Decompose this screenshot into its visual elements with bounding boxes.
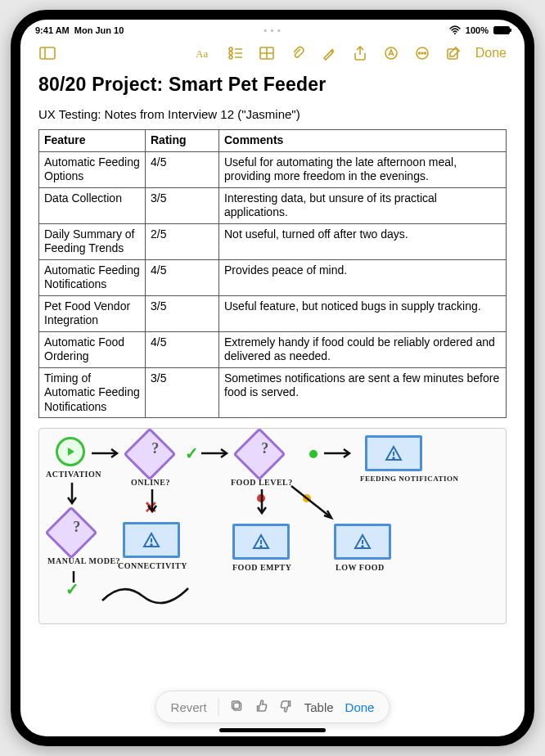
svg-point-31 — [151, 544, 152, 546]
connectivity-label: CONNECTIVITY — [118, 561, 187, 570]
cell-comment[interactable]: Useful feature, but noticed bugs in supp… — [219, 295, 507, 331]
foodempty-node — [232, 524, 290, 560]
floatbar-done-button[interactable]: Done — [345, 700, 375, 714]
cell-comment[interactable]: Interesting data, but unsure of its prac… — [219, 187, 507, 223]
svg-point-17 — [424, 52, 426, 54]
table-row[interactable]: Data Collection3/5Interesting data, but … — [39, 187, 507, 223]
table-header-row: Feature Rating Comments — [39, 130, 507, 152]
thumbs-down-icon[interactable] — [280, 700, 293, 715]
table-row[interactable]: Timing of Automatic Feeding Notification… — [39, 367, 507, 418]
notes-toolbar: Aa — [20, 38, 525, 69]
done-button[interactable]: Done — [471, 46, 511, 61]
feedback-table[interactable]: Feature Rating Comments Automatic Feedin… — [38, 129, 507, 418]
checklist-icon[interactable] — [222, 41, 250, 65]
cell-comment[interactable]: Extremely handy if food could be reliabl… — [219, 331, 507, 367]
cell-feature[interactable]: Pet Food Vendor Integration — [39, 295, 146, 331]
svg-point-16 — [421, 52, 423, 54]
svg-point-25 — [393, 457, 394, 459]
activation-node — [56, 437, 85, 466]
connectivity-node — [123, 522, 180, 558]
note-subtitle[interactable]: UX Testing: Notes from Interview 12 ("Ja… — [38, 107, 507, 121]
battery-icon — [493, 26, 510, 34]
cell-rating[interactable]: 3/5 — [146, 187, 219, 223]
lowfood-label: LOW FOOD — [336, 563, 385, 572]
cell-comment[interactable]: Provides peace of mind. — [219, 259, 507, 295]
cell-rating[interactable]: 4/5 — [146, 259, 219, 295]
cell-comment[interactable]: Sometimes notifications are sent a few m… — [219, 367, 507, 418]
format-text-icon[interactable]: Aa — [191, 41, 218, 65]
svg-rect-1 — [40, 47, 55, 59]
th-comments[interactable]: Comments — [219, 130, 507, 152]
svg-point-39 — [362, 546, 363, 547]
attachment-icon[interactable] — [284, 41, 312, 65]
thumbs-up-icon[interactable] — [255, 700, 268, 715]
check-icon: ✓ — [185, 443, 199, 463]
multitask-dots-icon[interactable]: • • • — [263, 26, 281, 35]
svg-point-4 — [229, 47, 232, 51]
cell-rating[interactable]: 4/5 — [146, 151, 219, 187]
green-dot-icon — [309, 450, 318, 458]
cell-feature[interactable]: Timing of Automatic Feeding Notification… — [39, 367, 146, 418]
svg-point-6 — [229, 52, 232, 55]
status-bar: 9:41 AM Mon Jun 10 • • • 100% — [20, 20, 525, 38]
wifi-icon — [449, 25, 461, 36]
th-rating[interactable]: Rating — [146, 130, 219, 152]
ai-result-bar: Revert Table Done — [155, 691, 390, 723]
manual-label: MANUAL MODE? — [47, 556, 120, 565]
status-time: 9:41 AM — [35, 25, 70, 35]
compose-icon[interactable] — [439, 41, 467, 65]
svg-point-0 — [454, 33, 456, 34]
copy-icon[interactable] — [231, 700, 244, 715]
cell-rating[interactable]: 3/5 — [146, 367, 219, 418]
online-decision-node: ? — [123, 427, 176, 480]
svg-marker-19 — [68, 448, 74, 456]
cell-comment[interactable]: Not useful, turned off after two days. — [219, 223, 507, 259]
more-icon[interactable] — [408, 41, 436, 65]
table-row[interactable]: Daily Summary of Feeding Trends2/5Not us… — [39, 223, 507, 259]
battery-pct: 100% — [466, 25, 489, 35]
cell-rating[interactable]: 2/5 — [146, 223, 219, 259]
table-row[interactable]: Automatic Feeding Options4/5Useful for a… — [39, 151, 507, 187]
revert-button[interactable]: Revert — [171, 700, 207, 714]
ai-tools-icon[interactable] — [315, 41, 343, 65]
cell-feature[interactable]: Automatic Feeding Options — [39, 151, 146, 187]
cell-feature[interactable]: Daily Summary of Feeding Trends — [39, 223, 146, 259]
table-row[interactable]: Automatic Food Ordering4/5Extremely hand… — [39, 331, 507, 367]
cell-rating[interactable]: 4/5 — [146, 331, 219, 367]
manual-decision-node: ? — [44, 506, 97, 559]
cell-feature[interactable]: Automatic Feeding Notifications — [39, 259, 146, 295]
table-row[interactable]: Automatic Feeding Notifications4/5Provid… — [39, 259, 507, 295]
feednotif-label: FEEDING NOTIFICATION — [360, 475, 459, 483]
cell-feature[interactable]: Automatic Food Ordering — [39, 331, 146, 367]
svg-point-8 — [229, 56, 232, 59]
separator — [218, 698, 219, 716]
feeding-notification-node — [365, 435, 422, 471]
cell-feature[interactable]: Data Collection — [39, 187, 146, 223]
result-label: Table — [304, 700, 334, 714]
status-date: Mon Jun 10 — [74, 25, 124, 35]
flowchart-sketch[interactable]: ACTIVATION ? ONLINE? ✓ ? FOOD LEVEL? — [38, 428, 507, 624]
cell-comment[interactable]: Useful for automating the late afternoon… — [219, 151, 507, 187]
share-icon[interactable] — [346, 41, 374, 65]
table-icon[interactable] — [253, 41, 281, 65]
ipad-device: 9:41 AM Mon Jun 10 • • • 100% Aa — [11, 10, 534, 746]
note-title[interactable]: 80/20 Project: Smart Pet Feeder — [38, 74, 507, 96]
online-label: ONLINE? — [131, 478, 170, 487]
foodlevel-decision-node: ? — [232, 427, 286, 480]
lowfood-node — [334, 524, 391, 560]
markup-icon[interactable] — [377, 41, 405, 65]
home-indicator[interactable] — [219, 728, 326, 732]
th-feature[interactable]: Feature — [39, 130, 146, 152]
svg-text:Aa: Aa — [196, 47, 208, 60]
foodempty-label: FOOD EMPTY — [232, 563, 292, 572]
svg-point-15 — [418, 52, 420, 54]
screen: 9:41 AM Mon Jun 10 • • • 100% Aa — [20, 20, 525, 736]
svg-point-35 — [260, 546, 262, 547]
cell-rating[interactable]: 3/5 — [146, 295, 219, 331]
foodlevel-label: FOOD LEVEL? — [231, 478, 293, 487]
table-row[interactable]: Pet Food Vendor Integration3/5Useful fea… — [39, 295, 507, 331]
sidebar-toggle-icon[interactable] — [34, 41, 61, 65]
svg-line-36 — [291, 486, 331, 517]
activation-label: ACTIVATION — [46, 470, 101, 479]
note-content[interactable]: 80/20 Project: Smart Pet Feeder UX Testi… — [20, 69, 525, 736]
